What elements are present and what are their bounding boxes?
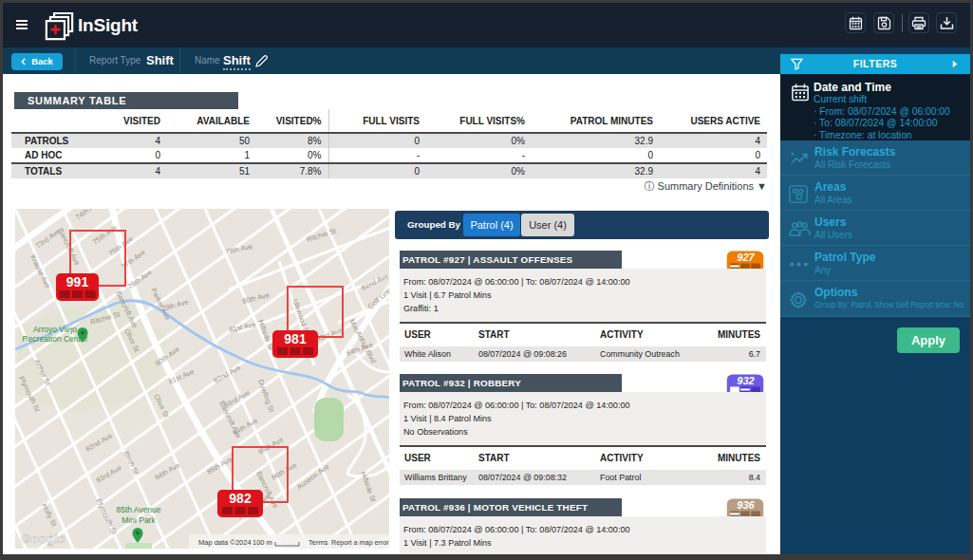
svg-text:Map data ©2024: Map data ©2024 bbox=[198, 538, 252, 547]
svg-text:Arroyo Viejo: Arroyo Viejo bbox=[33, 325, 77, 334]
svg-text:Mini Park: Mini Park bbox=[122, 515, 156, 525]
svg-text:Terms: Terms bbox=[309, 538, 328, 547]
svg-text:Google: Google bbox=[21, 532, 65, 546]
svg-text:936: 936 bbox=[737, 499, 755, 511]
svg-text:981: 981 bbox=[284, 331, 307, 346]
svg-text:982: 982 bbox=[229, 491, 252, 506]
svg-text:991: 991 bbox=[66, 274, 89, 289]
svg-text:100 m: 100 m bbox=[253, 538, 272, 547]
svg-text:927: 927 bbox=[737, 252, 755, 263]
svg-text:85th Avenue: 85th Avenue bbox=[116, 505, 160, 514]
svg-text:932: 932 bbox=[737, 375, 755, 386]
svg-text:Report a map error: Report a map error bbox=[331, 538, 389, 547]
